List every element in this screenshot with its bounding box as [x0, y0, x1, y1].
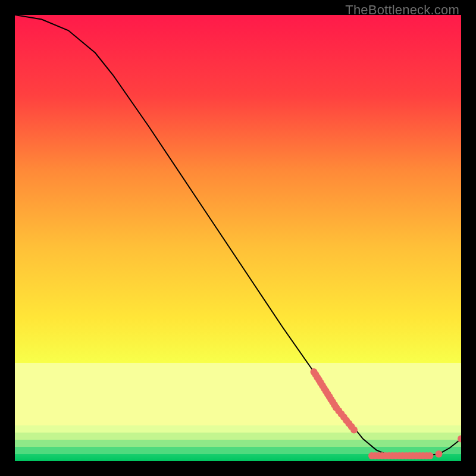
gradient-background — [15, 15, 461, 461]
bottleneck-chart — [15, 15, 461, 461]
data-dot — [436, 450, 443, 458]
data-dot — [427, 452, 434, 459]
data-dot — [350, 427, 358, 434]
chart-stage: TheBottleneck.com — [0, 0, 476, 476]
